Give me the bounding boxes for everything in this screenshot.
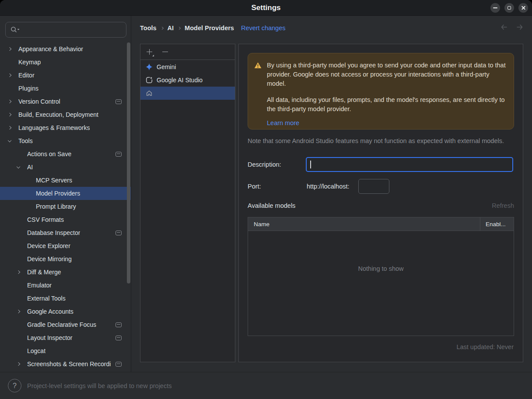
add-provider-button[interactable] — [146, 49, 153, 56]
sidebar-item-csv-formats[interactable]: CSV Formats — [0, 213, 131, 226]
sidebar-item-tools[interactable]: Tools — [0, 134, 131, 147]
help-button[interactable]: ? — [8, 379, 21, 392]
sidebar-item-actions-on-save[interactable]: Actions on Save — [0, 147, 131, 161]
project-level-icon — [116, 99, 122, 104]
provider-form-panel: By using a third-party model you agree t… — [238, 44, 523, 362]
sidebar-item-prompt-library[interactable]: Prompt Library — [0, 200, 131, 213]
providers-panel: Gemini Google AI Studio — [140, 44, 235, 362]
sidebar-item-external-tools[interactable]: External Tools — [0, 292, 131, 305]
chevron-right-icon — [17, 362, 20, 366]
breadcrumb-separator-icon — [178, 26, 181, 29]
models-table: Name Enabl... Nothing to show — [248, 217, 514, 336]
sidebar-item-editor[interactable]: Editor — [0, 69, 131, 82]
port-row: Port: http://localhost: — [248, 178, 513, 194]
empty-state-text: Nothing to show — [358, 265, 404, 336]
sidebar-item-database-inspector[interactable]: Database Inspector — [0, 226, 131, 239]
help-icon: ? — [13, 382, 17, 390]
description-input[interactable] — [306, 157, 513, 172]
gemini-spark-icon — [146, 63, 153, 70]
models-table-body: Nothing to show — [248, 231, 514, 336]
port-label: Port: — [248, 183, 306, 190]
breadcrumb-ai[interactable]: AI — [168, 24, 174, 32]
settings-tree: Appearance & Behavior Keymap Editor Plug… — [0, 42, 131, 371]
provider-item-google-ai-studio[interactable]: Google AI Studio — [140, 74, 235, 87]
window-controls — [490, 3, 528, 13]
external-models-note: Note that some Android Studio features m… — [248, 137, 514, 144]
sidebar-item-device-explorer[interactable]: Device Explorer — [0, 239, 131, 252]
maximize-icon — [508, 6, 511, 10]
footer-bar: ? Project-level settings will be applied… — [0, 372, 532, 399]
warning-paragraph-2: All data, including your files, prompts,… — [267, 95, 506, 114]
providers-toolbar — [140, 44, 235, 60]
sidebar-item-logcat[interactable]: Logcat — [0, 344, 131, 357]
chevron-right-icon — [8, 74, 11, 77]
title-bar: Settings — [0, 0, 532, 16]
settings-window: Settings Appearance & Behavior Keymap Ed… — [0, 0, 532, 399]
minimize-icon — [493, 7, 497, 8]
sidebar-item-emulator[interactable]: Emulator — [0, 279, 131, 292]
sidebar-scrollbar[interactable] — [127, 42, 130, 284]
warning-triangle-icon — [254, 62, 262, 69]
search-input[interactable] — [5, 22, 126, 38]
warning-paragraph-1: By using a third-party model you agree t… — [267, 61, 506, 88]
column-header-name[interactable]: Name — [248, 221, 480, 228]
revert-changes-link[interactable]: Revert changes — [241, 24, 286, 32]
home-icon — [146, 90, 153, 97]
sidebar-item-build-execution-deployment[interactable]: Build, Execution, Deployment — [0, 108, 131, 121]
sidebar-item-keymap[interactable]: Keymap — [0, 56, 131, 69]
chevron-down-icon — [17, 164, 20, 168]
project-level-icon — [116, 322, 122, 327]
minimize-button[interactable] — [490, 3, 500, 13]
last-updated-text: Last updated: Never — [456, 343, 514, 350]
sidebar-item-version-control[interactable]: Version Control — [0, 95, 131, 108]
sidebar-item-plugins[interactable]: Plugins — [0, 82, 131, 95]
back-button[interactable] — [500, 23, 508, 32]
provider-item-gemini[interactable]: Gemini — [140, 60, 235, 74]
sidebar-item-languages-frameworks[interactable]: Languages & Frameworks — [0, 121, 131, 134]
chevron-right-icon — [8, 47, 11, 51]
refresh-button[interactable]: Refresh — [492, 202, 514, 209]
sidebar-item-diff-merge[interactable]: Diff & Merge — [0, 266, 131, 279]
history-navigation — [500, 23, 524, 32]
dropdown-arrow-icon — [152, 55, 154, 56]
remove-provider-button[interactable] — [162, 49, 169, 56]
sidebar-item-appearance-behavior[interactable]: Appearance & Behavior — [0, 42, 131, 56]
chevron-right-icon — [8, 100, 11, 103]
window-title: Settings — [0, 0, 532, 16]
chevron-right-icon — [8, 126, 11, 130]
arrow-left-icon — [500, 23, 508, 32]
project-level-icon — [116, 152, 122, 157]
available-models-row: Available models Refresh — [248, 200, 514, 211]
project-level-icon — [116, 231, 122, 235]
sidebar-item-google-accounts[interactable]: Google Accounts — [0, 305, 131, 318]
description-label: Description: — [248, 161, 306, 168]
provider-item-new[interactable] — [140, 87, 235, 100]
localhost-prefix: http://localhost: — [307, 183, 350, 190]
learn-more-link[interactable]: Learn more — [267, 119, 299, 128]
providers-list: Gemini Google AI Studio — [140, 60, 235, 100]
column-header-enabled[interactable]: Enabl... — [480, 217, 514, 231]
models-table-header: Name Enabl... — [248, 217, 514, 231]
port-input[interactable] — [358, 179, 389, 194]
project-level-hint: Project-level settings will be applied t… — [27, 372, 172, 399]
sidebar-item-gradle-declarative-focus[interactable]: Gradle Declarative Focus — [0, 318, 131, 331]
sidebar-item-screenshots-screen-recording[interactable]: Screenshots & Screen Recordi — [0, 357, 131, 371]
chevron-right-icon — [17, 310, 20, 313]
sidebar-item-mcp-servers[interactable]: MCP Servers — [0, 174, 131, 187]
forward-button[interactable] — [515, 23, 524, 32]
breadcrumb: Tools AI Model Providers Revert changes — [140, 22, 523, 34]
google-ai-studio-icon — [146, 77, 153, 84]
breadcrumb-separator-icon — [161, 26, 164, 29]
chevron-right-icon — [17, 270, 20, 274]
breadcrumb-tools[interactable]: Tools — [140, 24, 157, 32]
close-button[interactable] — [518, 3, 528, 13]
project-level-icon — [116, 362, 122, 367]
sidebar-item-ai[interactable]: AI — [0, 161, 131, 174]
settings-sidebar: Appearance & Behavior Keymap Editor Plug… — [0, 16, 131, 372]
sidebar-item-device-mirroring[interactable]: Device Mirroring — [0, 252, 131, 266]
sidebar-item-layout-inspector[interactable]: Layout Inspector — [0, 331, 131, 344]
breadcrumb-model-providers: Model Providers — [185, 24, 234, 32]
sidebar-item-model-providers[interactable]: Model Providers — [0, 187, 131, 200]
maximize-button[interactable] — [504, 3, 514, 13]
project-level-icon — [116, 336, 122, 340]
